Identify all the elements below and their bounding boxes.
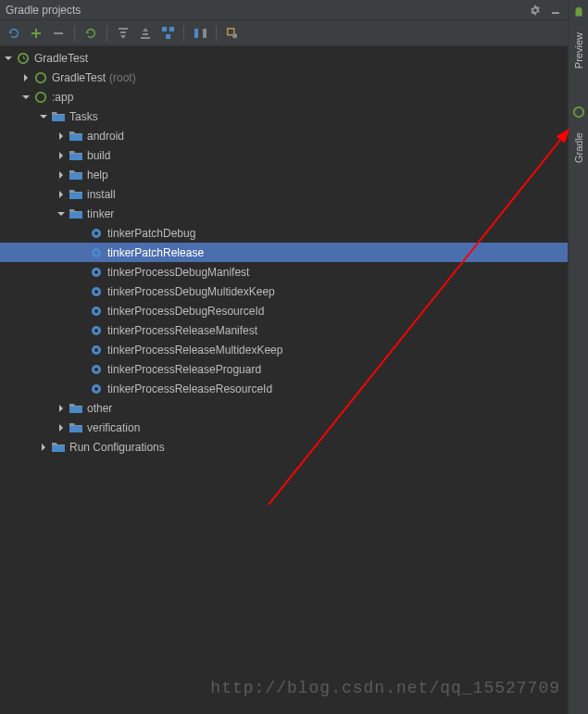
tree-module[interactable]: GradleTest (root): [0, 68, 568, 87]
toolbar-separator: [216, 25, 217, 42]
module-suffix: (root): [109, 71, 136, 84]
tree-label: GradleTest: [34, 52, 88, 65]
panel-titlebar: Gradle projects: [0, 0, 568, 20]
task-item[interactable]: tinkerProcessReleaseResourceId: [0, 379, 568, 398]
chevron-down-icon[interactable]: [36, 109, 51, 124]
task-item[interactable]: tinkerProcessDebugManifest: [0, 262, 568, 282]
tree-label: tinkerProcessDebugMultidexKeep: [107, 285, 275, 298]
tree-label: tinkerPatchRelease: [107, 246, 204, 259]
toolbar-separator: [183, 25, 184, 42]
collapse-all-button[interactable]: [135, 23, 156, 44]
tree-label: install: [87, 188, 116, 201]
task-icon: [89, 362, 104, 377]
chevron-right-icon[interactable]: [54, 420, 69, 435]
folder-icon: [51, 440, 66, 455]
task-item[interactable]: tinkerPatchDebug: [0, 223, 568, 243]
tree-folder[interactable]: build: [0, 145, 568, 165]
svg-rect-6: [143, 33, 148, 35]
svg-rect-11: [194, 29, 198, 38]
chevron-right-icon[interactable]: [19, 70, 33, 85]
minimize-icon[interactable]: [549, 4, 562, 17]
tree-run-configurations[interactable]: Run Configurations: [0, 437, 568, 457]
android-icon: [572, 6, 585, 21]
svg-point-21: [94, 251, 98, 255]
task-item[interactable]: tinkerProcessReleaseManifest: [0, 320, 568, 340]
folder-icon: [69, 187, 83, 202]
tab-preview[interactable]: Preview: [571, 29, 586, 72]
svg-rect-9: [169, 27, 174, 31]
svg-rect-10: [166, 34, 170, 39]
tree-folder[interactable]: install: [0, 184, 568, 204]
chevron-right-icon[interactable]: [54, 148, 69, 163]
settings-button[interactable]: [222, 23, 243, 44]
tree-project-root[interactable]: GradleTest: [0, 48, 568, 68]
task-icon: [89, 226, 104, 241]
tab-gradle[interactable]: Gradle: [571, 129, 586, 167]
task-item[interactable]: tinkerProcessReleaseMultidexKeep: [0, 340, 568, 359]
tree-label: tinkerProcessReleaseMultidexKeep: [107, 344, 282, 357]
task-item-selected[interactable]: tinkerPatchRelease: [0, 243, 568, 262]
svg-rect-4: [119, 28, 128, 30]
chevron-right-icon[interactable]: [54, 187, 69, 202]
tree-label: Tasks: [69, 110, 98, 123]
add-button[interactable]: [26, 23, 46, 44]
svg-rect-12: [203, 29, 206, 38]
gradle-panel: Gradle projects: [0, 0, 568, 714]
panel-title: Gradle projects: [6, 4, 529, 17]
tree-label: other: [87, 402, 112, 415]
task-item[interactable]: tinkerProcessDebugResourceId: [0, 301, 568, 320]
show-dependencies-button[interactable]: [157, 23, 178, 44]
tree-label: tinkerProcessDebugResourceId: [107, 305, 264, 318]
tree-label: tinkerProcessReleaseManifest: [107, 324, 257, 337]
chevron-down-icon[interactable]: [19, 90, 33, 105]
tree-label: build: [87, 149, 110, 162]
expand-all-button[interactable]: [113, 23, 133, 44]
svg-rect-3: [54, 32, 63, 34]
svg-point-19: [94, 232, 98, 235]
chevron-down-icon[interactable]: [54, 207, 69, 221]
gradle-tree[interactable]: GradleTest GradleTest (root) :app Tasks: [0, 46, 568, 714]
tree-module-app[interactable]: :app: [0, 87, 568, 106]
task-icon: [89, 323, 104, 338]
tab-label: Preview: [573, 32, 584, 69]
tree-label: :app: [52, 91, 73, 104]
folder-icon: [69, 420, 83, 435]
gradle-icon: [572, 106, 585, 121]
svg-point-29: [94, 329, 98, 332]
chevron-down-icon[interactable]: [1, 51, 16, 66]
tree-folder[interactable]: other: [0, 398, 568, 418]
svg-point-36: [573, 107, 583, 118]
folder-icon: [69, 129, 83, 144]
chevron-right-icon[interactable]: [54, 401, 69, 416]
tree-folder-tinker[interactable]: tinker: [0, 204, 568, 223]
refresh-button[interactable]: [4, 23, 24, 44]
toolbar-separator: [74, 25, 75, 42]
tree-folder[interactable]: help: [0, 165, 568, 184]
remove-button[interactable]: [48, 23, 69, 44]
gradle-icon: [16, 51, 31, 66]
tree-tasks[interactable]: Tasks: [0, 106, 568, 126]
chevron-right-icon[interactable]: [54, 168, 69, 182]
chevron-right-icon[interactable]: [36, 440, 51, 455]
right-sidebar: Preview Gradle: [568, 0, 588, 714]
tree-label: Run Configurations: [69, 441, 165, 454]
task-icon: [89, 265, 104, 280]
svg-point-16: [36, 72, 46, 82]
chevron-right-icon[interactable]: [54, 129, 69, 144]
task-icon: [89, 304, 104, 319]
tree-folder[interactable]: android: [0, 126, 568, 145]
svg-rect-13: [228, 28, 234, 34]
svg-rect-8: [162, 27, 167, 31]
task-item[interactable]: tinkerProcessReleaseProguard: [0, 359, 568, 379]
task-item[interactable]: tinkerProcessDebugMultidexKeep: [0, 282, 568, 301]
gear-icon[interactable]: [529, 4, 542, 17]
execute-button[interactable]: [81, 23, 101, 44]
svg-point-17: [36, 92, 46, 102]
svg-rect-5: [120, 31, 126, 33]
gradle-icon: [33, 90, 48, 105]
svg-rect-7: [141, 37, 150, 39]
tab-label: Gradle: [573, 132, 584, 163]
offline-button[interactable]: [190, 23, 210, 44]
svg-point-23: [94, 270, 98, 274]
tree-folder[interactable]: verification: [0, 418, 568, 437]
